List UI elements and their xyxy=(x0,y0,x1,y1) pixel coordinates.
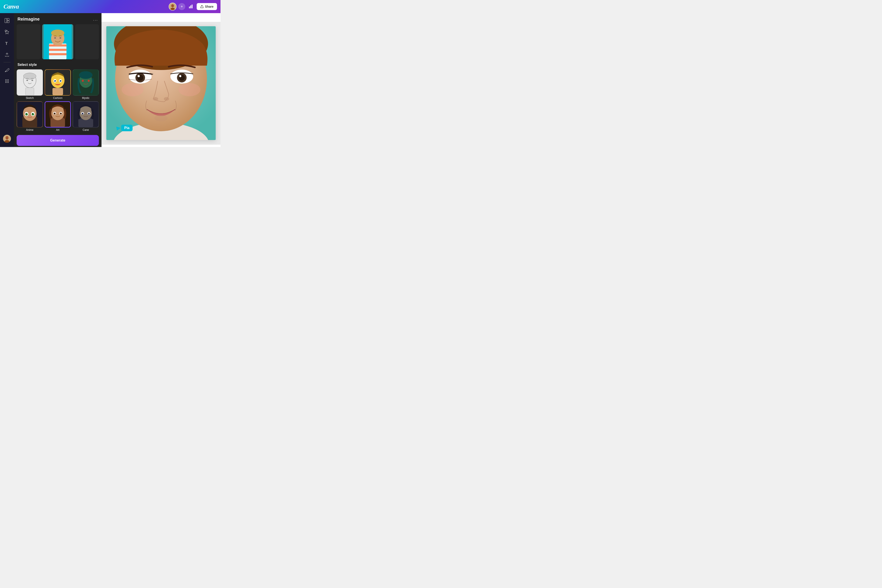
generate-section: Generate xyxy=(14,132,102,147)
svg-point-95 xyxy=(153,97,158,100)
svg-point-18 xyxy=(7,82,8,83)
style-thumb-cane[interactable] xyxy=(73,101,99,128)
svg-point-58 xyxy=(26,113,28,116)
sidebar-item-layout[interactable] xyxy=(2,16,12,26)
panel-header: Reimagine ... xyxy=(14,13,102,24)
svg-point-50 xyxy=(79,71,93,79)
sidebar-item-elements[interactable] xyxy=(2,27,12,37)
svg-rect-47 xyxy=(52,88,63,95)
image-preview-area xyxy=(14,24,102,63)
svg-point-97 xyxy=(154,115,168,122)
header-right: + Share xyxy=(169,3,217,10)
svg-point-16 xyxy=(8,81,9,82)
sidebar-item-text[interactable]: T xyxy=(2,39,12,48)
svg-point-32 xyxy=(60,37,61,39)
svg-point-19 xyxy=(8,82,9,83)
share-button[interactable]: Share xyxy=(196,3,217,10)
canvas-top-bar xyxy=(102,13,220,22)
svg-point-17 xyxy=(5,82,6,83)
svg-point-21 xyxy=(6,136,9,140)
svg-point-1 xyxy=(171,4,174,7)
svg-point-90 xyxy=(138,75,140,77)
current-image-thumb[interactable] xyxy=(3,135,11,142)
svg-point-72 xyxy=(60,113,61,114)
preview-main-image[interactable] xyxy=(42,24,73,59)
sidebar-item-draw[interactable] xyxy=(2,65,12,75)
svg-point-96 xyxy=(164,97,169,100)
svg-point-94 xyxy=(179,75,182,77)
style-thumb-anime[interactable] xyxy=(16,101,43,128)
select-style-label: Select style xyxy=(14,63,102,69)
style-label-cane: Cane xyxy=(82,128,89,132)
style-label-cartoon: Cartoon xyxy=(53,96,63,99)
svg-point-45 xyxy=(55,80,56,81)
svg-point-61 xyxy=(32,113,33,114)
sidebar-item-apps[interactable] xyxy=(2,76,12,86)
more-button[interactable]: ... xyxy=(93,16,98,22)
svg-point-59 xyxy=(32,113,34,116)
style-thumb-mystic[interactable] xyxy=(73,69,99,96)
generate-button[interactable]: Generate xyxy=(16,135,99,146)
svg-point-52 xyxy=(88,80,90,82)
reimagine-panel: Reimagine ... xyxy=(14,13,102,147)
svg-point-79 xyxy=(88,112,90,114)
icon-bar: T xyxy=(0,13,14,147)
style-item-cane[interactable]: Cane xyxy=(73,101,99,132)
add-button[interactable]: + xyxy=(178,3,185,10)
preview-placeholder-right xyxy=(75,24,99,59)
style-thumb-art[interactable] xyxy=(45,101,71,128)
svg-rect-27 xyxy=(49,53,66,56)
canvas-content[interactable]: ▶ Pia xyxy=(102,22,220,144)
panel-title: Reimagine xyxy=(18,16,40,22)
svg-point-30 xyxy=(51,30,64,36)
play-button[interactable] xyxy=(115,146,122,147)
svg-point-15 xyxy=(7,81,8,82)
timeline-button[interactable] xyxy=(105,146,112,147)
sidebar-item-upload[interactable] xyxy=(2,50,12,60)
svg-rect-6 xyxy=(5,18,7,23)
svg-point-37 xyxy=(32,80,33,81)
svg-point-9 xyxy=(5,30,6,31)
svg-point-12 xyxy=(7,80,8,80)
svg-point-35 xyxy=(23,73,36,80)
style-label-sketch: Sketch xyxy=(26,96,34,99)
svg-rect-38 xyxy=(26,88,34,95)
svg-point-63 xyxy=(33,113,34,114)
svg-point-71 xyxy=(54,113,54,114)
svg-rect-4 xyxy=(190,6,191,8)
svg-rect-3 xyxy=(189,7,190,8)
svg-rect-5 xyxy=(192,4,192,8)
svg-rect-8 xyxy=(7,21,9,23)
svg-point-46 xyxy=(61,80,61,81)
style-item-anime[interactable]: Anime xyxy=(16,101,43,132)
style-item-sketch[interactable]: Sketch xyxy=(16,69,43,99)
style-item-mystic[interactable]: Mystic xyxy=(73,69,99,99)
user-avatar[interactable] xyxy=(169,3,177,10)
style-thumb-cartoon[interactable] xyxy=(45,69,71,96)
svg-point-11 xyxy=(5,80,6,80)
svg-point-85 xyxy=(122,83,144,96)
canvas-image-frame xyxy=(106,26,216,140)
canvas-portrait xyxy=(106,26,216,140)
chart-button[interactable] xyxy=(187,3,195,10)
svg-point-78 xyxy=(82,112,84,114)
style-item-cartoon[interactable]: Cartoon xyxy=(45,69,71,99)
style-label-anime: Anime xyxy=(26,128,33,132)
svg-point-86 xyxy=(178,83,200,96)
style-grid: Sketch xyxy=(14,69,102,132)
svg-point-70 xyxy=(60,112,62,115)
style-item-art[interactable]: Art xyxy=(45,101,71,132)
svg-text:T: T xyxy=(5,41,8,46)
style-thumb-sketch[interactable] xyxy=(16,69,43,96)
style-label-art: Art xyxy=(56,128,59,132)
preview-placeholder-left xyxy=(16,24,40,59)
svg-point-69 xyxy=(54,112,56,115)
svg-point-60 xyxy=(26,113,27,114)
canvas-area: ▶ Pia 50% xyxy=(102,13,220,147)
svg-point-51 xyxy=(82,80,84,82)
svg-point-13 xyxy=(8,80,9,80)
canvas-bottom-bar: 50% xyxy=(102,144,220,147)
svg-point-62 xyxy=(27,113,27,114)
svg-rect-26 xyxy=(49,49,66,51)
canva-logo: Canva xyxy=(3,3,19,10)
